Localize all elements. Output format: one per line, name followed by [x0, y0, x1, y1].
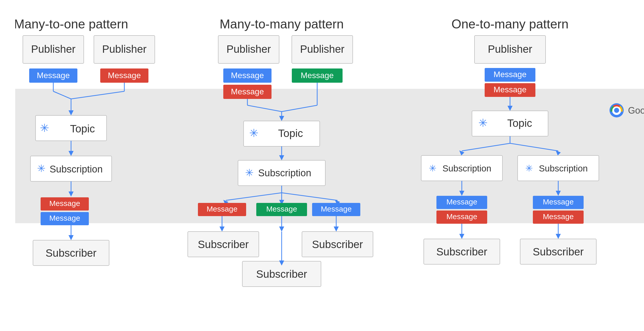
p2-subscription-label: Subscription [258, 168, 311, 178]
svg-text:✳: ✳ [249, 127, 259, 139]
p2-msg2-label: Message [231, 87, 264, 96]
p3-msg2-label: Message [494, 85, 527, 94]
p3-subscriber2-label: Subscriber [533, 246, 584, 258]
svg-text:✳: ✳ [37, 163, 46, 174]
p1-out-msg2-label: Message [49, 214, 80, 222]
main-container: Many-to-one pattern Publisher Publisher … [0, 0, 644, 331]
p2-subscriber1-label: Subscriber [198, 238, 249, 250]
p1-msg2-label: Message [108, 71, 141, 80]
p3-subscriber1-label: Subscriber [436, 246, 487, 258]
many-to-one-title: Many-to-one pattern [15, 17, 128, 31]
p2-pub2-label: Publisher [300, 43, 344, 55]
p3-out-msg2-label: Message [446, 212, 477, 221]
svg-text:✳: ✳ [478, 117, 488, 129]
p3-sub2-label: Subscription [539, 163, 588, 173]
diagram-svg: Many-to-one pattern Publisher Publisher … [15, 10, 644, 330]
p3-out-msg3-label: Message [543, 198, 574, 206]
p2-msg1-label: Message [231, 71, 264, 80]
gc-logo-text: Google Cloud [628, 105, 644, 116]
p3-sub1-label: Subscription [443, 163, 492, 173]
p3-topic-label: Topic [507, 117, 532, 129]
svg-text:✳: ✳ [429, 163, 436, 173]
p2-out-msg2-label: Message [321, 205, 352, 213]
p2-topic-label: Topic [278, 127, 303, 139]
p1-pub2-label: Publisher [102, 43, 146, 55]
svg-text:✳: ✳ [525, 163, 533, 173]
p3-pub1-label: Publisher [488, 43, 532, 55]
svg-text:✳: ✳ [40, 122, 49, 134]
p2-msg3-label: Message [301, 71, 334, 80]
svg-text:✳: ✳ [245, 167, 254, 178]
p2-out-msg1-label: Message [207, 205, 238, 213]
p1-topic-label: Topic [70, 123, 95, 135]
one-to-many-title: One-to-many pattern [451, 17, 568, 31]
p1-msg1-label: Message [37, 71, 70, 80]
p2-out-msg3-label: Message [266, 205, 297, 213]
p2-subscriber3-label: Subscriber [256, 268, 307, 280]
p1-out-msg1-label: Message [49, 199, 80, 207]
p2-subscriber2-label: Subscriber [312, 238, 363, 250]
p3-msg1-label: Message [494, 70, 527, 79]
p3-out-msg1-label: Message [446, 198, 477, 206]
p2-pub1-label: Publisher [226, 43, 271, 55]
svg-point-96 [614, 108, 619, 113]
p3-out-msg4-label: Message [543, 212, 574, 221]
p1-subscriber-label: Subscriber [46, 247, 97, 259]
p1-sub-label: Subscription [49, 164, 103, 175]
many-to-many-title: Many-to-many pattern [219, 17, 344, 31]
p1-pub1-label: Publisher [31, 43, 75, 55]
